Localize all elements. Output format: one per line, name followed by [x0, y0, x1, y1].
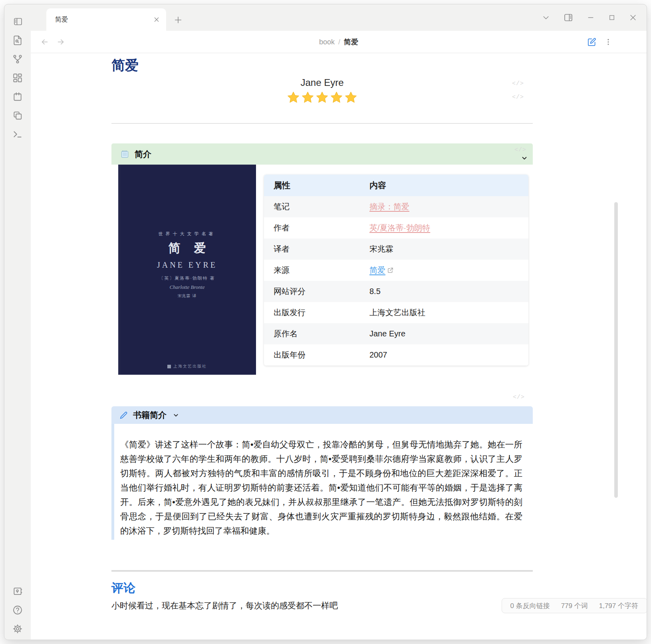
- edit-block-code-icon[interactable]: </>: [514, 147, 526, 153]
- summary-callout: </> 书籍简介 《简爱》讲述了这样一个故事：简•爱自幼父母双亡，投靠冷酷的舅母…: [111, 406, 533, 540]
- cover-translator: 宋兆霖 译: [178, 293, 197, 299]
- cover-title-en: JANE EYRE: [157, 260, 217, 270]
- breadcrumb: book / 简爱: [31, 31, 647, 53]
- cover-author-cn: 〔英〕夏洛蒂·勃朗特 著: [159, 275, 215, 281]
- char-count: 1,797 个字符: [599, 601, 638, 610]
- table-row: 网站评分 8.5: [264, 281, 528, 302]
- terminal-icon[interactable]: [12, 129, 23, 139]
- comment-text: 小时候看过，现在基本忘了剧情了，每次读的感受都不一样吧: [111, 600, 533, 611]
- window-close-icon[interactable]: [629, 14, 637, 22]
- summary-callout-title: 书籍简介: [133, 409, 167, 421]
- breadcrumb-folder[interactable]: book: [319, 38, 335, 46]
- vault-switcher-icon[interactable]: [12, 586, 23, 596]
- note-pane: book / 简爱 简爱 Jane Eyre: [31, 31, 647, 640]
- edit-block-code-icon[interactable]: </>: [513, 394, 525, 401]
- breadcrumb-separator: /: [338, 38, 340, 46]
- star-icon: [345, 91, 357, 103]
- scrollbar-thumb[interactable]: [614, 202, 618, 498]
- titlebar: 简爱: [4, 4, 647, 31]
- tab-active[interactable]: 简爱: [46, 8, 166, 31]
- callout-collapse-chevron-icon[interactable]: [173, 412, 179, 419]
- divider: [111, 123, 533, 124]
- table-row: 笔记 摘录：简爱: [264, 196, 528, 217]
- templates-copy-icon[interactable]: [12, 110, 23, 121]
- intro-callout-title: 简介: [135, 149, 151, 160]
- divider: [111, 570, 533, 572]
- table-row: 出版年份 2007: [264, 344, 528, 366]
- star-icon: [316, 91, 328, 103]
- graph-view-icon[interactable]: [12, 54, 23, 64]
- note-header: book / 简爱: [31, 31, 647, 53]
- window-minimize-icon[interactable]: [587, 14, 595, 22]
- intro-callout: 简介 </> 世界十大文学名著 简爱 JANE EYRE: [111, 143, 533, 375]
- pencil-icon: [119, 411, 128, 419]
- cover-author-en: Charlotte Bronte: [170, 284, 205, 290]
- note-content: 简爱 Jane Eyre </> </>: [31, 53, 647, 640]
- breadcrumb-current: 简爱: [344, 37, 358, 47]
- table-header-row: 属性 内容: [264, 175, 528, 196]
- attributes-table: 属性 内容 笔记 摘录：简爱 作者 英/夏洛蒂·: [264, 175, 528, 366]
- publisher-logo: [167, 365, 171, 368]
- tab-close-icon[interactable]: [153, 16, 160, 23]
- column-header: 属性: [264, 175, 360, 196]
- column-header: 内容: [360, 175, 528, 196]
- star-icon: [302, 91, 314, 103]
- cover-title-cn: 简爱: [155, 240, 220, 256]
- table-row: 作者 英/夏洛蒂·勃朗特: [264, 217, 528, 239]
- page-title: 简爱: [111, 56, 533, 74]
- book-cover-image: 世界十大文学名著 简爱 JANE EYRE 〔英〕夏洛蒂·勃朗特 著 Charl…: [118, 165, 256, 375]
- table-row: 译者 宋兆霖: [264, 239, 528, 260]
- tab-list-chevron-icon[interactable]: [542, 14, 550, 22]
- star-icon: [330, 91, 343, 103]
- search-file-icon[interactable]: [12, 35, 23, 46]
- unresolved-note-link[interactable]: 英/夏洛蒂·勃朗特: [369, 223, 430, 232]
- intro-callout-header[interactable]: 简介 </>: [111, 143, 533, 165]
- edit-block-code-icon[interactable]: </>: [512, 80, 524, 87]
- calendar-icon[interactable]: [12, 91, 23, 102]
- book-subtitle: Jane Eyre: [111, 76, 533, 89]
- comments-heading: 评论: [111, 580, 533, 596]
- edit-mode-icon[interactable]: [587, 38, 596, 47]
- cover-tagline: 世界十大文学名著: [159, 231, 216, 237]
- table-row: 原作名 Jane Eyre: [264, 323, 528, 344]
- new-tab-icon[interactable]: [174, 16, 183, 24]
- app-window: 简爱: [4, 4, 647, 640]
- callout-collapse-chevron-icon[interactable]: [521, 155, 528, 162]
- star-icon: [287, 91, 300, 103]
- external-source-link[interactable]: 简爱: [369, 265, 385, 276]
- notepad-icon: [120, 149, 129, 159]
- backlinks-count[interactable]: 0 条反向链接: [510, 601, 550, 610]
- cover-publisher: 上海文艺出版社: [118, 364, 256, 369]
- table-row: 出版发行 上海文艺出版社: [264, 302, 528, 323]
- dashboard-icon[interactable]: [12, 73, 23, 83]
- status-bar: 0 条反向链接 779 个词 1,797 个字符: [502, 598, 647, 613]
- left-sidebar-toggle-icon[interactable]: [13, 17, 23, 26]
- summary-text: 《简爱》讲述了这样一个故事：简•爱自幼父母双亡，投靠冷酷的舅母，但舅母无情地抛弃…: [111, 424, 533, 540]
- summary-callout-header[interactable]: 书籍简介: [111, 406, 533, 424]
- external-link-icon: [387, 267, 393, 273]
- left-ribbon: [4, 31, 31, 640]
- unresolved-note-link[interactable]: 摘录：简爱: [369, 202, 409, 211]
- tab-title: 简爱: [55, 16, 153, 24]
- window-maximize-icon[interactable]: [608, 14, 615, 21]
- table-row: 来源 简爱: [264, 260, 528, 281]
- rating-stars: [111, 91, 533, 103]
- word-count: 779 个词: [561, 601, 588, 610]
- help-icon[interactable]: [12, 605, 23, 615]
- edit-block-code-icon[interactable]: </>: [512, 94, 524, 101]
- right-sidebar-toggle-icon[interactable]: [564, 13, 573, 22]
- settings-gear-icon[interactable]: [12, 624, 23, 634]
- more-options-icon[interactable]: [604, 38, 612, 46]
